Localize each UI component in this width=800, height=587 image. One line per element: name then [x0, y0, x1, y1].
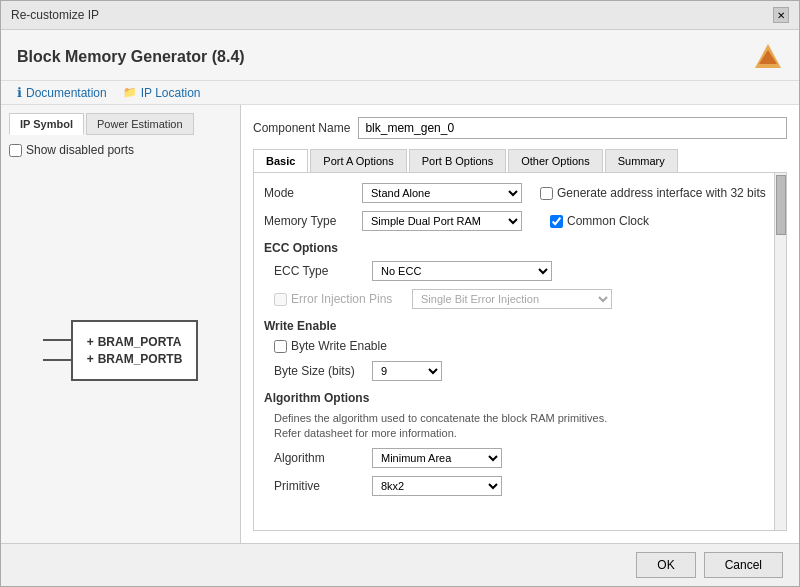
tab-summary[interactable]: Summary: [605, 149, 678, 172]
algorithm-section-content: Defines the algorithm used to concatenat…: [274, 411, 776, 496]
show-disabled-ports-label[interactable]: Show disabled ports: [9, 143, 232, 157]
tab-ip-symbol[interactable]: IP Symbol: [9, 113, 84, 135]
mode-row: Mode Stand Alone BRAM Controller AXI BRA…: [264, 183, 776, 203]
primitive-row: Primitive 8kx2 16kx1 512x36: [274, 476, 776, 496]
component-name-row: Component Name: [253, 117, 787, 139]
folder-icon: 📁: [123, 86, 137, 99]
location-label: IP Location: [141, 86, 201, 100]
tab-port-b-options[interactable]: Port B Options: [409, 149, 507, 172]
ecc-section-title: ECC Options: [264, 241, 776, 255]
documentation-label: Documentation: [26, 86, 107, 100]
component-name-input[interactable]: [358, 117, 787, 139]
primitive-label: Primitive: [274, 479, 364, 493]
mode-label: Mode: [264, 186, 354, 200]
algorithm-row: Algorithm Minimum Area Low Power Fixed P…: [274, 448, 776, 468]
generate-address-label: Generate address interface with 32 bits: [540, 186, 766, 200]
algorithm-description: Defines the algorithm used to concatenat…: [274, 411, 776, 442]
xilinx-logo: [753, 42, 783, 72]
right-panel: Component Name Basic Port A Options Port…: [241, 105, 799, 543]
title-bar-text: Re-customize IP: [11, 8, 99, 22]
ecc-type-label: ECC Type: [274, 264, 364, 278]
component-name-label: Component Name: [253, 121, 350, 135]
algorithm-section-title: Algorithm Options: [264, 391, 776, 405]
header-section: Block Memory Generator (8.4): [1, 30, 799, 81]
algorithm-label: Algorithm: [274, 451, 364, 465]
byte-size-label: Byte Size (bits): [274, 364, 364, 378]
primitive-select[interactable]: 8kx2 16kx1 512x36: [372, 476, 502, 496]
title-bar: Re-customize IP ✕: [1, 1, 799, 30]
left-panel: IP Symbol Power Estimation Show disabled…: [1, 105, 241, 543]
show-disabled-ports-checkbox[interactable]: [9, 144, 22, 157]
error-injection-row: Error Injection Pins Single Bit Error In…: [274, 289, 776, 309]
dialog-title: Block Memory Generator (8.4): [17, 48, 245, 66]
toolbar: ℹ Documentation 📁 IP Location: [1, 81, 799, 105]
bottom-bar: OK Cancel: [1, 543, 799, 586]
scrollbar-thumb[interactable]: [776, 175, 786, 235]
byte-size-select[interactable]: 8 9: [372, 361, 442, 381]
byte-write-enable-checkbox[interactable]: [274, 340, 287, 353]
bram-portb-row: + BRAM_PORTB: [87, 352, 183, 366]
ip-location-link[interactable]: 📁 IP Location: [123, 86, 201, 100]
ok-button[interactable]: OK: [636, 552, 695, 578]
error-injection-checkbox[interactable]: [274, 293, 287, 306]
memory-type-label: Memory Type: [264, 214, 354, 228]
common-clock-label: Common Clock: [550, 214, 649, 228]
tab-basic[interactable]: Basic: [253, 149, 308, 172]
content-area: IP Symbol Power Estimation Show disabled…: [1, 105, 799, 543]
scrollbar[interactable]: [774, 173, 786, 530]
bram-porta-row: + BRAM_PORTA: [87, 335, 183, 349]
mode-select[interactable]: Stand Alone BRAM Controller AXI BRAM Con…: [362, 183, 522, 203]
close-button[interactable]: ✕: [773, 7, 789, 23]
tab-port-a-options[interactable]: Port A Options: [310, 149, 406, 172]
algorithm-select[interactable]: Minimum Area Low Power Fixed Primitives: [372, 448, 502, 468]
byte-write-enable-row: Byte Write Enable: [274, 339, 776, 353]
tab-other-options[interactable]: Other Options: [508, 149, 602, 172]
byte-size-row: Byte Size (bits) 8 9: [274, 361, 776, 381]
ecc-type-select[interactable]: No ECC Hamming Encode Only Hamming Decod…: [372, 261, 552, 281]
error-injection-select[interactable]: Single Bit Error Injection Double Bit Er…: [412, 289, 612, 309]
tab-content-basic: Mode Stand Alone BRAM Controller AXI BRA…: [253, 173, 787, 531]
info-icon: ℹ: [17, 85, 22, 100]
memory-type-row: Memory Type Single Port RAM Simple Dual …: [264, 211, 776, 231]
write-enable-section-content: Byte Write Enable Byte Size (bits) 8 9: [274, 339, 776, 381]
ecc-section-content: ECC Type No ECC Hamming Encode Only Hamm…: [274, 261, 776, 309]
generate-address-checkbox[interactable]: [540, 187, 553, 200]
main-tabs: Basic Port A Options Port B Options Othe…: [253, 149, 787, 173]
byte-write-enable-label: Byte Write Enable: [274, 339, 387, 353]
symbol-area: + BRAM_PORTA + BRAM_PORTB: [9, 165, 232, 535]
memory-type-select[interactable]: Single Port RAM Simple Dual Port RAM Tru…: [362, 211, 522, 231]
documentation-link[interactable]: ℹ Documentation: [17, 85, 107, 100]
write-enable-section-title: Write Enable: [264, 319, 776, 333]
ecc-type-row: ECC Type No ECC Hamming Encode Only Hamm…: [274, 261, 776, 281]
common-clock-checkbox[interactable]: [550, 215, 563, 228]
left-tabs: IP Symbol Power Estimation: [9, 113, 232, 135]
tab-power-estimation[interactable]: Power Estimation: [86, 113, 194, 135]
cancel-button[interactable]: Cancel: [704, 552, 783, 578]
error-injection-checkbox-label: Error Injection Pins: [274, 292, 404, 306]
bram-symbol-box: + BRAM_PORTA + BRAM_PORTB: [71, 320, 199, 381]
